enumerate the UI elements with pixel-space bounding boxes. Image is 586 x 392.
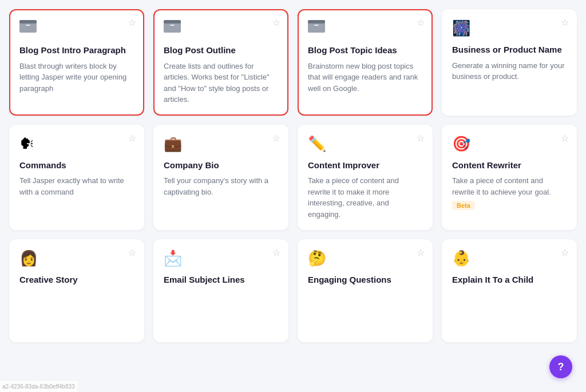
card-title-business-product-name: Business or Product Name [452, 44, 567, 56]
card-title-blog-post-intro: Blog Post Intro Paragraph [19, 45, 134, 56]
card-blog-post-outline[interactable]: ☆ Blog Post Outline Create lists and out… [153, 9, 288, 116]
star-button-creative-story[interactable]: ☆ [128, 247, 136, 258]
card-icon-commands: 🗣 [19, 135, 134, 153]
card-icon-content-rewriter: 🎯 [452, 135, 567, 153]
star-button-commands[interactable]: ☆ [128, 133, 136, 144]
card-title-email-subject-lines: Email Subject Lines [164, 274, 278, 286]
card-icon-email-subject-lines: 📩 [164, 250, 278, 267]
card-title-content-rewriter: Content Rewriter [452, 160, 567, 171]
star-button-engaging-questions[interactable]: ☆ [417, 247, 425, 258]
card-title-engaging-questions: Engaging Questions [308, 274, 422, 286]
star-button-company-bio[interactable]: ☆ [272, 133, 280, 144]
svg-rect-0 [19, 22, 37, 33]
card-desc-blog-post-outline: Create lists and outlines for articles. … [164, 61, 278, 105]
card-desc-business-product-name: Generate a winning name for your busines… [452, 60, 567, 82]
card-blog-post-topic-ideas[interactable]: ☆ Blog Post Topic Ideas Brainstorm new b… [298, 9, 433, 116]
card-content-improver[interactable]: ☆ ✏️ Content Improver Take a piece of co… [298, 125, 433, 231]
card-icon-content-improver: ✏️ [308, 135, 422, 153]
card-content-rewriter[interactable]: ☆ 🎯 Content Rewriter Take a piece of con… [442, 125, 577, 231]
card-explain-to-child[interactable]: ☆ 👶 Explain It To a Child [442, 239, 577, 342]
card-commands[interactable]: ☆ 🗣 Commands Tell Jasper exactly what to… [9, 125, 144, 231]
card-engaging-questions[interactable]: ☆ 🤔 Engaging Questions [298, 239, 433, 342]
card-desc-content-improver: Take a piece of content and rewrite it t… [308, 175, 422, 220]
svg-rect-5 [170, 25, 175, 26]
card-title-explain-to-child: Explain It To a Child [452, 274, 567, 286]
card-icon-blog-post-topic-ideas [308, 19, 422, 38]
star-button-blog-post-outline[interactable]: ☆ [272, 17, 280, 28]
card-icon-explain-to-child: 👶 [452, 250, 567, 267]
svg-rect-7 [308, 20, 325, 23]
card-desc-blog-post-topic-ideas: Brainstorm new blog post topics that wil… [308, 61, 422, 94]
card-title-blog-post-topic-ideas: Blog Post Topic Ideas [308, 45, 422, 56]
star-button-content-improver[interactable]: ☆ [417, 133, 425, 144]
star-button-content-rewriter[interactable]: ☆ [561, 133, 569, 144]
beta-badge: Beta [452, 201, 475, 210]
card-title-content-improver: Content Improver [308, 160, 422, 171]
card-title-creative-story: Creative Story [19, 274, 134, 286]
help-button[interactable]: ? [549, 355, 572, 378]
card-title-blog-post-outline: Blog Post Outline [164, 45, 278, 56]
card-desc-commands: Tell Jasper exactly what to write with a… [19, 175, 134, 197]
watermark: a2-4236-83da-63b0eff4b833 [0, 381, 77, 392]
card-blog-post-intro[interactable]: ☆ Blog Post Intro Paragraph Blast throug… [9, 9, 144, 116]
star-button-blog-post-topic-ideas[interactable]: ☆ [417, 17, 425, 28]
card-title-commands: Commands [19, 160, 134, 171]
svg-rect-8 [314, 25, 319, 26]
svg-rect-6 [308, 22, 325, 33]
card-email-subject-lines[interactable]: ☆ 📩 Email Subject Lines [153, 239, 288, 342]
star-button-blog-post-intro[interactable]: ☆ [128, 17, 136, 28]
card-company-bio[interactable]: ☆ 💼 Company Bio Tell your company's stor… [153, 125, 288, 231]
svg-rect-3 [164, 22, 181, 33]
star-button-explain-to-child[interactable]: ☆ [561, 247, 569, 258]
svg-rect-4 [164, 20, 181, 23]
star-button-business-product-name[interactable]: ☆ [561, 17, 569, 28]
card-desc-company-bio: Tell your company's story with a captiva… [164, 175, 278, 197]
card-title-company-bio: Company Bio [164, 160, 278, 171]
cards-grid: ☆ Blog Post Intro Paragraph Blast throug… [9, 9, 577, 342]
svg-rect-2 [26, 25, 30, 26]
card-desc-content-rewriter: Take a piece of content and rewrite it t… [452, 175, 567, 197]
star-button-email-subject-lines[interactable]: ☆ [272, 247, 280, 258]
card-icon-engaging-questions: 🤔 [308, 250, 422, 267]
card-icon-creative-story: 👩 [19, 250, 134, 267]
card-desc-blog-post-intro: Blast through writers block by letting J… [19, 61, 134, 94]
card-business-product-name[interactable]: ☆ 🎆 Business or Product Name Generate a … [442, 9, 577, 116]
card-icon-blog-post-intro [19, 19, 134, 38]
svg-rect-1 [19, 20, 37, 23]
card-icon-blog-post-outline [164, 19, 278, 38]
card-icon-business-product-name: 🎆 [452, 19, 567, 37]
card-creative-story[interactable]: ☆ 👩 Creative Story [9, 239, 144, 342]
card-icon-company-bio: 💼 [164, 135, 278, 153]
